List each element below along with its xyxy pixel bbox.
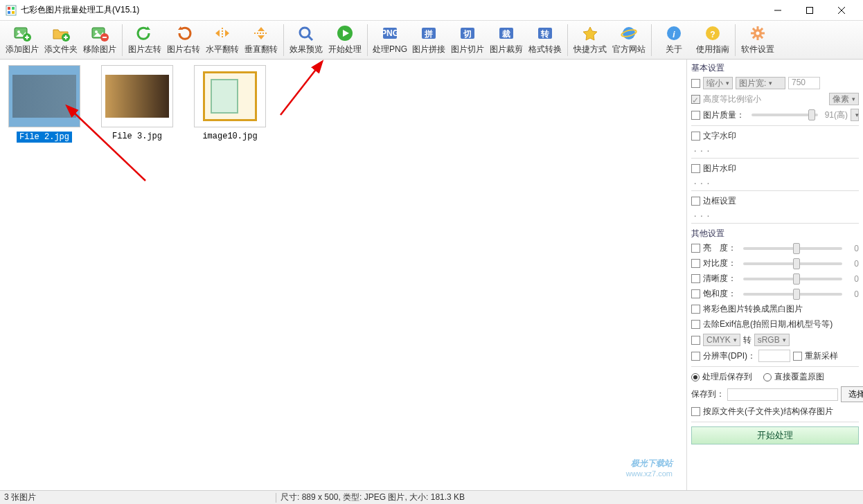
exif-checkbox[interactable] — [691, 320, 700, 329]
thumbnail-box — [101, 65, 173, 127]
thumbnail-label: File 2.jpg — [17, 132, 72, 143]
thumbnail-label: File 3.jpg — [112, 132, 162, 141]
status-info: 尺寸: 889 x 500, 类型: JPEG 图片, 大小: 181.3 KB — [281, 492, 465, 503]
flip-h-icon — [213, 24, 232, 42]
toolbar-separator — [735, 24, 736, 56]
svg-line-19 — [308, 36, 312, 40]
thumbnail-item[interactable]: File 3.jpg — [101, 65, 173, 143]
brightness-slider[interactable] — [743, 247, 842, 250]
shrink-dimension-select[interactable]: 图片宽:▾ — [736, 77, 785, 89]
image-watermark-checkbox[interactable] — [691, 164, 700, 173]
contrast-slider[interactable] — [743, 262, 842, 265]
svg-text:PNG: PNG — [381, 28, 399, 38]
thumbnail-item[interactable]: image10.jpg — [194, 65, 266, 143]
border-more[interactable]: ... — [691, 209, 859, 219]
toolbar-add-image-button[interactable]: 添加图片 — [3, 21, 42, 59]
toolbar-help-button[interactable]: ?使用指南 — [693, 21, 732, 59]
brightness-value: 0 — [849, 244, 859, 253]
dpi-input[interactable] — [758, 350, 790, 362]
close-button[interactable] — [826, 0, 857, 21]
image-watermark-more[interactable]: ... — [691, 177, 859, 186]
minimize-button[interactable] — [762, 0, 794, 21]
svg-point-14 — [95, 30, 98, 33]
toolbar-join-button[interactable]: 拼图片拼接 — [409, 21, 448, 59]
basic-settings-title: 基本设置 — [691, 62, 859, 74]
toolbar-label: 水平翻转 — [206, 44, 239, 55]
shrink-width-input[interactable]: 750 — [788, 77, 820, 89]
srgb-select[interactable]: sRGB▾ — [754, 334, 790, 346]
toolbar-rotate-right-button[interactable]: 图片右转 — [164, 21, 203, 59]
border-checkbox[interactable] — [691, 197, 700, 206]
keep-structure-checkbox[interactable] — [691, 407, 700, 416]
thumbnail-box — [194, 65, 266, 127]
saturation-checkbox[interactable] — [691, 289, 700, 298]
toolbar-play-button[interactable]: 开始处理 — [326, 21, 364, 59]
crop-icon: 裁 — [497, 24, 516, 42]
brightness-checkbox[interactable] — [691, 244, 700, 253]
thumbnail-image — [12, 75, 76, 118]
quality-dropdown[interactable]: ▾ — [851, 109, 859, 121]
thumbnail-item[interactable]: File 2.jpg — [8, 65, 80, 143]
window-title: 七彩色图片批量处理工具(V15.1) — [21, 4, 762, 16]
toolbar-png-button[interactable]: PNG处理PNG — [371, 21, 409, 59]
overwrite-radio[interactable] — [763, 373, 772, 381]
toolbar-label: 效果预览 — [290, 44, 323, 55]
toolbar-rotate-left-button[interactable]: 图片左转 — [125, 21, 164, 59]
app-icon — [6, 5, 17, 16]
bw-label: 将彩色图片转换成黑白图片 — [703, 303, 803, 315]
text-watermark-more[interactable]: ... — [691, 144, 859, 154]
toolbar-slice-button[interactable]: 切图片切片 — [448, 21, 487, 59]
shrink-mode-select[interactable]: 缩小▾ — [703, 77, 733, 89]
svg-point-10 — [17, 30, 20, 33]
ie-icon — [619, 24, 639, 42]
dpi-checkbox[interactable] — [691, 352, 700, 361]
browse-button[interactable]: 选择 — [841, 386, 863, 402]
toolbar-settings-button[interactable]: 软件设置 — [738, 21, 777, 59]
saturation-value: 0 — [849, 289, 859, 299]
cmyk-select[interactable]: CMYK▾ — [703, 334, 740, 346]
shortcut-icon — [580, 24, 600, 42]
start-process-button[interactable]: 开始处理 — [691, 426, 859, 444]
bw-checkbox[interactable] — [691, 305, 700, 314]
status-count: 3 张图片 — [4, 492, 36, 503]
svg-rect-6 — [807, 7, 813, 13]
toolbar-flip-h-button[interactable]: 水平翻转 — [203, 21, 242, 59]
toolbar-separator — [567, 24, 568, 56]
text-watermark-checkbox[interactable] — [691, 132, 700, 141]
toolbar-preview-button[interactable]: 效果预览 — [287, 21, 326, 59]
toolbar-flip-v-button[interactable]: 垂直翻转 — [242, 21, 281, 59]
toolbar-shortcut-button[interactable]: 快捷方式 — [571, 21, 610, 59]
png-icon: PNG — [380, 24, 400, 42]
toolbar-label: 使用指南 — [696, 44, 729, 55]
rotate-left-icon — [135, 24, 154, 42]
toolbar-add-folder-button[interactable]: 添文件夹 — [42, 21, 80, 59]
thumbnail-label: image10.jpg — [202, 132, 257, 141]
toolbar-label: 处理PNG — [373, 44, 407, 55]
toolbar-remove-image-button[interactable]: 移除图片 — [80, 21, 119, 59]
save-to-radio[interactable] — [691, 373, 700, 381]
maximize-button[interactable] — [794, 0, 826, 21]
toolbar-label: 关于 — [666, 44, 682, 55]
contrast-checkbox[interactable] — [691, 259, 700, 268]
toolbar-convert-button[interactable]: 转格式转换 — [526, 21, 564, 59]
thumbnail-area[interactable]: File 2.jpgFile 3.jpgimage10.jpg 极光下载站 ww… — [0, 60, 687, 490]
save-path-input[interactable] — [727, 388, 838, 401]
shrink-checkbox[interactable] — [691, 79, 700, 88]
svg-rect-3 — [8, 11, 10, 14]
colorspace-checkbox[interactable] — [691, 336, 700, 345]
toolbar-separator — [367, 24, 368, 56]
toolbar-ie-button[interactable]: 官方网站 — [610, 21, 648, 59]
toolbar-crop-button[interactable]: 裁图片裁剪 — [487, 21, 526, 59]
sharpness-checkbox[interactable] — [691, 274, 700, 283]
border-label: 边框设置 — [703, 195, 736, 207]
resample-checkbox[interactable] — [793, 352, 802, 361]
flip-v-icon — [251, 24, 271, 42]
sharpness-slider[interactable] — [743, 278, 842, 280]
join-icon: 拼 — [419, 24, 438, 42]
saturation-slider[interactable] — [743, 293, 842, 296]
toolbar-label: 垂直翻转 — [244, 44, 278, 55]
quality-checkbox[interactable] — [691, 111, 700, 120]
slice-icon: 切 — [458, 24, 477, 42]
quality-slider[interactable] — [751, 114, 818, 116]
toolbar-info-button[interactable]: i关于 — [655, 21, 693, 59]
